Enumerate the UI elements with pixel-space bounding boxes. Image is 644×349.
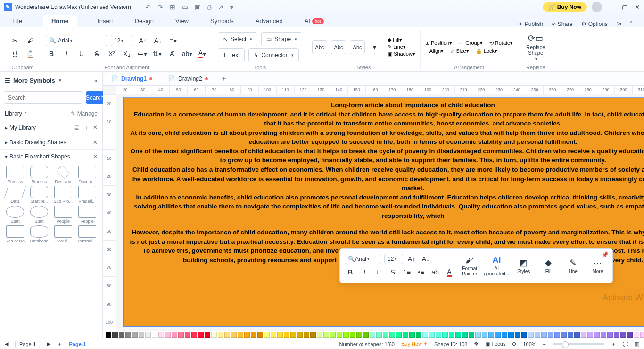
swatch[interactable]	[389, 332, 395, 338]
swatch[interactable]	[356, 332, 362, 338]
swatch[interactable]	[528, 332, 534, 338]
swatch[interactable]	[422, 332, 428, 338]
new-tab-button[interactable]: ＋	[218, 73, 230, 84]
zoom-slider[interactable]	[553, 343, 604, 345]
clear-format-icon[interactable]: A̸	[166, 48, 178, 59]
shape-process[interactable]: Process	[4, 166, 27, 184]
page-next-icon[interactable]: ▶	[47, 341, 50, 347]
shape-stored ...[interactable]: Stored ...	[52, 225, 75, 243]
shape-start[interactable]: Start	[4, 206, 27, 224]
swatch[interactable]	[634, 332, 639, 338]
menu-file[interactable]: File	[11, 15, 23, 27]
swatch[interactable]	[568, 332, 573, 338]
shape-people[interactable]: People	[52, 206, 75, 224]
float-more-button[interactable]: ⋯More	[588, 258, 608, 274]
basic-flowchart-section[interactable]: ▾ Basic Flowchart Shapes✕	[0, 149, 102, 163]
swatch[interactable]	[561, 332, 567, 338]
swatch[interactable]	[198, 332, 204, 338]
copy-icon[interactable]: ⿻	[9, 48, 21, 59]
menu-ai[interactable]: AIhot	[304, 15, 325, 27]
float-italic-icon[interactable]: I	[359, 266, 370, 278]
swatch[interactable]	[178, 332, 184, 338]
options-button[interactable]: ⚙ Options	[581, 21, 608, 27]
new-icon[interactable]: ⊞	[170, 3, 175, 11]
format-painter-button[interactable]: 🖌Format Painter	[460, 255, 479, 276]
swatch[interactable]	[488, 332, 494, 338]
menu-insert[interactable]: Insert	[97, 15, 114, 27]
page-prev-icon[interactable]: ◀	[5, 341, 8, 347]
float-font-select[interactable]: 🔍 Arial▾	[345, 254, 381, 264]
swatch[interactable]	[139, 332, 144, 338]
swatch[interactable]	[152, 332, 157, 338]
connector-tool[interactable]: ↳ Connector▾	[248, 48, 298, 62]
symbols-header[interactable]: ☰ More Symbols▾«	[0, 72, 102, 89]
swatch[interactable]	[436, 332, 441, 338]
float-fill-button[interactable]: ◆Fill	[538, 258, 558, 274]
swatch[interactable]	[323, 332, 329, 338]
swatch[interactable]	[541, 332, 547, 338]
focus-button[interactable]: ▣ Focus	[485, 341, 505, 347]
text-tool[interactable]: T Text	[218, 48, 245, 62]
swatch[interactable]	[271, 332, 276, 338]
swatch[interactable]	[581, 332, 586, 338]
close-section-icon-2[interactable]: ✕	[93, 153, 98, 160]
shadow-menu[interactable]: ▣ Shadow▾	[388, 51, 415, 57]
swatch[interactable]	[429, 332, 435, 338]
swatch[interactable]	[251, 332, 256, 338]
underline-icon[interactable]: U	[76, 48, 87, 59]
swatch[interactable]	[594, 332, 600, 338]
swatch[interactable]	[535, 332, 540, 338]
swatch[interactable]	[218, 332, 223, 338]
swatch[interactable]	[119, 332, 124, 338]
lib-add-icon[interactable]: ＋	[83, 124, 89, 132]
publish-button[interactable]: ✈ Publish	[518, 21, 543, 27]
italic-icon[interactable]: I	[61, 48, 72, 59]
font-size-select[interactable]: 12▾	[111, 35, 133, 46]
swatch[interactable]	[165, 332, 171, 338]
user-avatar[interactable]	[592, 2, 602, 12]
shape-process[interactable]: Process	[28, 166, 51, 184]
float-numlist-icon[interactable]: 1≡	[401, 266, 413, 278]
layers-icon[interactable]: ❖	[474, 341, 479, 347]
export-icon[interactable]: ↗	[218, 3, 223, 11]
float-styles-button[interactable]: ◩Styles	[513, 258, 533, 274]
redo-icon[interactable]: ↷	[157, 3, 163, 11]
minimize-button[interactable]: —	[609, 3, 615, 11]
ai-generated-button[interactable]: AIAI generated...	[484, 255, 509, 276]
swatch[interactable]	[482, 332, 487, 338]
bullets-icon[interactable]: ≔▾	[136, 48, 148, 59]
fullscreen-icon[interactable]: ⛶	[623, 341, 628, 347]
menu-view[interactable]: View	[174, 15, 190, 27]
my-library-row[interactable]: ▸ My Library ⿻＋✕	[0, 121, 102, 135]
style-preset-2[interactable]: Abc	[331, 40, 346, 54]
save-icon[interactable]: ▣	[195, 3, 201, 11]
symbol-search-button[interactable]: Search	[86, 91, 104, 104]
brush-icon[interactable]: 🖌	[25, 35, 36, 46]
shape-sub pro...[interactable]: Sub Pro...	[52, 186, 75, 204]
basic-drawing-section[interactable]: ▸ Basic Drawing Shapes✕	[0, 135, 102, 149]
swatch[interactable]	[455, 332, 461, 338]
panel-toggle-icon[interactable]: ▥	[635, 341, 639, 347]
swatch[interactable]	[640, 332, 644, 338]
manage-link[interactable]: ✎ Manage	[71, 110, 98, 117]
swatch[interactable]	[284, 332, 289, 338]
swatch[interactable]	[125, 332, 131, 338]
swatch[interactable]	[627, 332, 633, 338]
swatch[interactable]	[191, 332, 197, 338]
print-icon[interactable]: ⎙	[207, 3, 211, 11]
shape-predefi...[interactable]: Predefi...	[75, 186, 99, 204]
swatch[interactable]	[185, 332, 190, 338]
share-button[interactable]: ∞ Share	[552, 21, 573, 27]
swatch[interactable]	[574, 332, 580, 338]
swatch[interactable]	[205, 332, 210, 338]
swatch[interactable]	[257, 332, 263, 338]
page-tab[interactable]: Page-1	[69, 341, 86, 347]
swatch[interactable]	[607, 332, 613, 338]
swatch[interactable]	[277, 332, 283, 338]
swatch[interactable]	[396, 332, 402, 338]
float-bullist-icon[interactable]: •≡	[415, 266, 427, 278]
strike-icon[interactable]: S̶	[91, 48, 102, 59]
zoom-in-icon[interactable]: ＋	[611, 341, 616, 348]
lib-new-icon[interactable]: ⿻	[74, 124, 80, 132]
float-align-icon[interactable]: ≡	[434, 253, 446, 265]
